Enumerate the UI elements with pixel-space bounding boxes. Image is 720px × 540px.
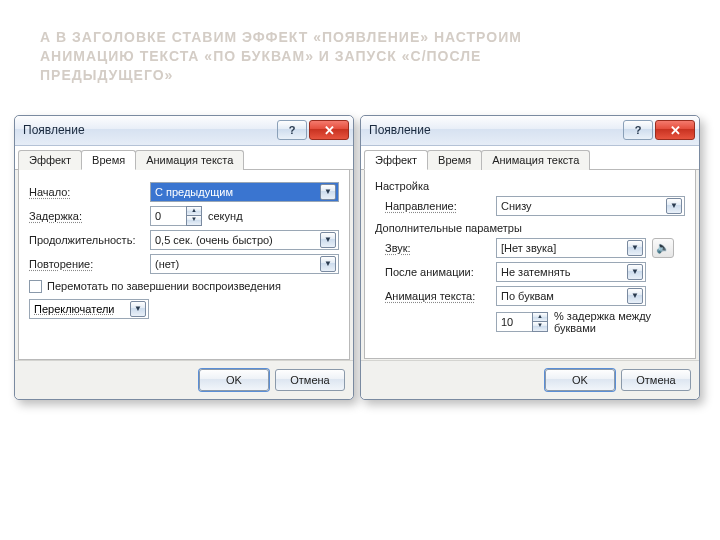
tab-effect[interactable]: Эффект <box>18 150 82 170</box>
chevron-down-icon[interactable]: ▼ <box>627 240 643 256</box>
label-delay: Задержка: <box>29 210 144 222</box>
duration-combo[interactable]: 0,5 сек. (очень быстро) ▼ <box>150 230 339 250</box>
spin-down-icon[interactable]: ▼ <box>186 216 202 226</box>
label-repeat: Повторение: <box>29 258 144 270</box>
cancel-button[interactable]: Отмена <box>275 369 345 391</box>
afteranim-value: Не затемнять <box>501 266 627 278</box>
spin-up-icon[interactable]: ▲ <box>532 312 548 322</box>
section-extra: Дополнительные параметры <box>375 222 685 234</box>
titlebar: Появление ? ✕ <box>15 116 353 146</box>
help-button[interactable]: ? <box>623 120 653 140</box>
label-textanim: Анимация текста: <box>375 290 490 302</box>
delay-spin[interactable]: 0 ▲ ▼ <box>150 206 202 226</box>
direction-value: Снизу <box>501 200 666 212</box>
delay-value[interactable]: 0 <box>150 206 186 226</box>
label-direction: Направление: <box>375 200 490 212</box>
speaker-icon: 🔈 <box>656 241 670 254</box>
chevron-down-icon[interactable]: ▼ <box>320 256 336 272</box>
tab-time[interactable]: Время <box>427 150 482 170</box>
titlebar: Появление ? ✕ <box>361 116 699 146</box>
tab-effect[interactable]: Эффект <box>364 150 428 170</box>
tab-panel-time: Начало: С предыдущим ▼ Задержка: 0 ▲ ▼ <box>18 170 350 360</box>
spin-up-icon[interactable]: ▲ <box>186 206 202 216</box>
tab-strip: Эффект Время Анимация текста <box>15 146 353 170</box>
button-bar: OK Отмена <box>361 360 699 399</box>
dialog-effect: Появление ? ✕ Эффект Время Анимация текс… <box>360 115 700 400</box>
tab-panel-effect: Настройка Направление: Снизу ▼ Дополните… <box>364 170 696 359</box>
seconds-suffix: секунд <box>208 210 243 222</box>
repeat-combo[interactable]: (нет) ▼ <box>150 254 339 274</box>
chevron-down-icon[interactable]: ▼ <box>627 288 643 304</box>
close-button[interactable]: ✕ <box>309 120 349 140</box>
percent-suffix: % задержка между буквами <box>554 310 685 334</box>
start-combo[interactable]: С предыдущим ▼ <box>150 182 339 202</box>
play-sound-button[interactable]: 🔈 <box>652 238 674 258</box>
section-settings: Настройка <box>375 180 685 192</box>
start-value: С предыдущим <box>155 186 320 198</box>
switches-label: Переключатели <box>34 303 130 315</box>
chevron-down-icon[interactable]: ▼ <box>320 232 336 248</box>
direction-combo[interactable]: Снизу ▼ <box>496 196 685 216</box>
tab-textanim[interactable]: Анимация текста <box>481 150 590 170</box>
chevron-down-icon[interactable]: ▼ <box>666 198 682 214</box>
window-title: Появление <box>23 123 275 137</box>
rewind-check-row[interactable]: Перемотать по завершении воспроизведения <box>29 280 339 293</box>
ok-button[interactable]: OK <box>199 369 269 391</box>
page-title: А В ЗАГОЛОВКЕ СТАВИМ ЭФФЕКТ «ПОЯВЛЕНИЕ» … <box>0 0 720 85</box>
close-button[interactable]: ✕ <box>655 120 695 140</box>
sound-value: [Нет звука] <box>501 242 627 254</box>
label-afteranim: После анимации: <box>375 266 490 278</box>
label-sound: Звук: <box>375 242 490 254</box>
repeat-value: (нет) <box>155 258 320 270</box>
textanim-combo[interactable]: По буквам ▼ <box>496 286 646 306</box>
afteranim-combo[interactable]: Не затемнять ▼ <box>496 262 646 282</box>
percent-value[interactable]: 10 <box>496 312 532 332</box>
rewind-label: Перемотать по завершении воспроизведения <box>47 280 281 292</box>
cancel-button[interactable]: Отмена <box>621 369 691 391</box>
help-button[interactable]: ? <box>277 120 307 140</box>
button-bar: OK Отмена <box>15 360 353 399</box>
switches-combo[interactable]: Переключатели ▼ <box>29 299 149 319</box>
ok-button[interactable]: OK <box>545 369 615 391</box>
duration-value: 0,5 сек. (очень быстро) <box>155 234 320 246</box>
percent-spin[interactable]: 10 ▲ ▼ <box>496 312 548 332</box>
checkbox-icon[interactable] <box>29 280 42 293</box>
chevron-down-icon[interactable]: ▼ <box>130 301 146 317</box>
textanim-value: По буквам <box>501 290 627 302</box>
tab-textanim[interactable]: Анимация текста <box>135 150 244 170</box>
label-start: Начало: <box>29 186 144 198</box>
tab-time[interactable]: Время <box>81 150 136 170</box>
dialog-time: Появление ? ✕ Эффект Время Анимация текс… <box>14 115 354 400</box>
spin-down-icon[interactable]: ▼ <box>532 322 548 332</box>
dialogs-row: Появление ? ✕ Эффект Время Анимация текс… <box>0 85 720 400</box>
tab-strip: Эффект Время Анимация текста <box>361 146 699 170</box>
chevron-down-icon[interactable]: ▼ <box>320 184 336 200</box>
window-title: Появление <box>369 123 621 137</box>
label-duration: Продолжительность: <box>29 234 144 246</box>
chevron-down-icon[interactable]: ▼ <box>627 264 643 280</box>
sound-combo[interactable]: [Нет звука] ▼ <box>496 238 646 258</box>
